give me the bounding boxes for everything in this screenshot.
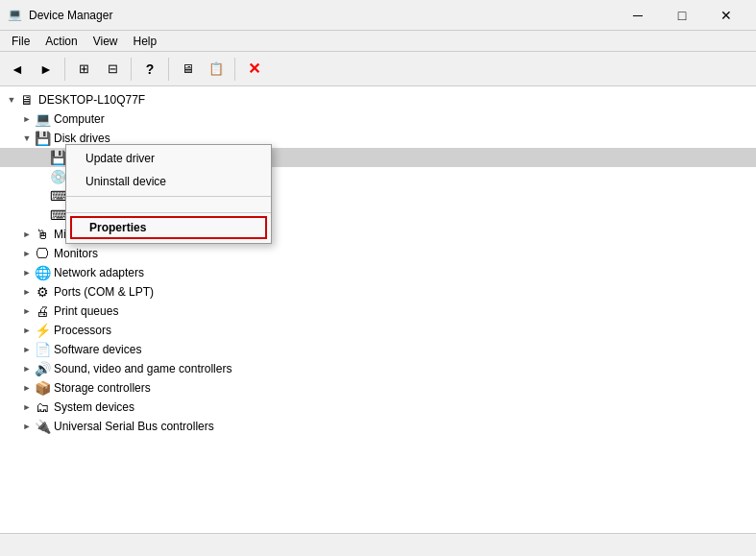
computer-icon: 🖥 <box>19 92 35 108</box>
tree-node-computer[interactable]: ► 💻 Computer <box>0 109 756 129</box>
expand-root[interactable]: ▼ <box>4 92 19 108</box>
ctx-separator-1 <box>66 196 271 197</box>
sound-label: Sound, video and game controllers <box>54 362 232 375</box>
storage-label: Storage controllers <box>54 381 151 395</box>
expand-hid1 <box>35 188 50 204</box>
expand-computer[interactable]: ► <box>19 111 35 127</box>
computer-label: Computer <box>54 112 105 126</box>
menu-file[interactable]: File <box>4 33 37 50</box>
expand-dvd <box>35 169 50 184</box>
expand-storage[interactable]: ► <box>19 380 35 396</box>
resources-button[interactable]: 📋 <box>203 56 230 83</box>
expand-processors[interactable]: ► <box>19 323 35 338</box>
tree-node-sound[interactable]: ► 🔊 Sound, video and game controllers <box>0 359 756 378</box>
software-label: Software devices <box>54 343 141 356</box>
tree-node-software[interactable]: ► 📄 Software devices <box>0 340 756 359</box>
tree-node-root[interactable]: ▼ 🖥 DESKTOP-L10Q77F <box>0 90 756 109</box>
expand-sound[interactable]: ► <box>19 361 35 376</box>
app-icon: 💻 <box>8 8 23 23</box>
print-label: Print queues <box>54 304 118 318</box>
toolbar-separator-1 <box>64 58 65 81</box>
maximize-button[interactable]: □ <box>660 0 704 31</box>
expand-hid2 <box>35 207 50 223</box>
hid1-icon: ⌨ <box>50 188 65 204</box>
ctx-uninstall-device[interactable]: Uninstall device <box>66 170 271 193</box>
window-title: Device Manager <box>29 9 616 22</box>
window-controls: ─ □ ✕ <box>616 0 748 31</box>
expand-disk[interactable]: ▼ <box>19 131 35 146</box>
minimize-button[interactable]: ─ <box>616 0 660 31</box>
network-icon: 🌐 <box>35 265 50 280</box>
tree-node-usb[interactable]: ► 🔌 Universal Serial Bus controllers <box>0 417 756 436</box>
update-driver-button[interactable]: ⊟ <box>99 56 126 83</box>
root-label: DESKTOP-L10Q77F <box>38 93 145 107</box>
menu-help[interactable]: Help <box>126 33 165 50</box>
ctx-separator-2 <box>66 212 271 213</box>
usb-icon: 🔌 <box>35 419 50 434</box>
ctx-scan-hardware[interactable] <box>66 200 271 209</box>
device-tree[interactable]: ▼ 🖥 DESKTOP-L10Q77F ► 💻 Computer ▼ 💾 Dis… <box>0 86 756 533</box>
forward-button[interactable]: ► <box>33 56 60 83</box>
toolbar-separator-2 <box>131 58 132 81</box>
diskdrives-label: Disk drives <box>54 132 110 145</box>
processors-label: Processors <box>54 324 111 337</box>
expand-monitors[interactable]: ► <box>19 246 35 261</box>
storage-icon: 📦 <box>35 380 50 396</box>
processors-icon: ⚡ <box>35 323 50 338</box>
menu-action[interactable]: Action <box>37 33 85 50</box>
print-icon: 🖨 <box>35 303 50 319</box>
help-button[interactable]: ? <box>136 56 163 83</box>
computer-node-icon: 💻 <box>35 111 50 127</box>
main-area: ▼ 🖥 DESKTOP-L10Q77F ► 💻 Computer ▼ 💾 Dis… <box>0 86 756 533</box>
ports-label: Ports (COM & LPT) <box>54 285 154 299</box>
monitors-label: Monitors <box>54 247 98 260</box>
dvd-icon: 💿 <box>50 169 65 184</box>
menu-view[interactable]: View <box>85 33 126 50</box>
sound-icon: 🔊 <box>35 361 50 376</box>
back-button[interactable]: ◄ <box>4 56 31 83</box>
ctx-update-driver[interactable]: Update driver <box>66 147 271 170</box>
system-icon: 🗂 <box>35 399 50 415</box>
expand-kingston <box>35 150 50 165</box>
context-menu: Update driver Uninstall device Propertie… <box>65 144 272 244</box>
expand-system[interactable]: ► <box>19 399 35 415</box>
network-label: Network adapters <box>54 266 144 279</box>
status-bar <box>0 533 756 556</box>
disk-drives-icon: 💾 <box>35 131 50 146</box>
system-label: System devices <box>54 400 134 414</box>
monitors-icon: 🖵 <box>35 246 50 261</box>
uninstall-button[interactable]: ✕ <box>240 56 267 83</box>
close-button[interactable]: ✕ <box>704 0 748 31</box>
tree-node-ports[interactable]: ► ⚙ Ports (COM & LPT) <box>0 282 756 302</box>
tree-node-storage[interactable]: ► 📦 Storage controllers <box>0 378 756 398</box>
expand-software[interactable]: ► <box>19 342 35 357</box>
hid2-icon: ⌨ <box>50 207 65 223</box>
tree-node-network[interactable]: ► 🌐 Network adapters <box>0 263 756 282</box>
tree-node-monitors[interactable]: ► 🖵 Monitors <box>0 244 756 263</box>
kingston-icon: 💾 <box>50 150 65 165</box>
usb-label: Universal Serial Bus controllers <box>54 420 214 433</box>
expand-print[interactable]: ► <box>19 303 35 319</box>
properties-button[interactable]: ⊞ <box>70 56 97 83</box>
expand-usb[interactable]: ► <box>19 419 35 434</box>
tree-node-print[interactable]: ► 🖨 Print queues <box>0 302 756 321</box>
toolbar-separator-3 <box>168 58 169 81</box>
ports-icon: ⚙ <box>35 284 50 300</box>
tree-node-system[interactable]: ► 🗂 System devices <box>0 398 756 417</box>
expand-network[interactable]: ► <box>19 265 35 280</box>
title-bar: 💻 Device Manager ─ □ ✕ <box>0 0 756 31</box>
expand-mice[interactable]: ► <box>19 227 35 242</box>
tree-node-processors[interactable]: ► ⚡ Processors <box>0 321 756 340</box>
toolbar-separator-4 <box>234 58 235 81</box>
menu-bar: File Action View Help <box>0 31 756 52</box>
toolbar: ◄ ► ⊞ ⊟ ? 🖥 📋 ✕ <box>0 52 756 86</box>
software-icon: 📄 <box>35 342 50 357</box>
device-view-button[interactable]: 🖥 <box>174 56 201 83</box>
ctx-properties[interactable]: Properties <box>70 216 267 239</box>
mice-icon: 🖱 <box>35 227 50 242</box>
expand-ports[interactable]: ► <box>19 284 35 300</box>
